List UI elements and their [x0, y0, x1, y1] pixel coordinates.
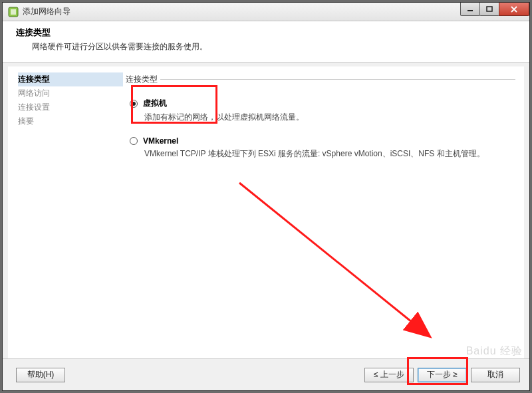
help-button[interactable]: 帮助(H)	[16, 368, 65, 382]
wizard-content: 连接类型 虚拟机 添加有标记的网络，以处理虚拟机网络流量。 VMkernel V…	[123, 67, 523, 358]
step-label: 摘要	[18, 116, 34, 126]
wizard-steps: 连接类型 网络访问 连接设置 摘要	[9, 67, 123, 358]
radio-vmkernel[interactable]	[130, 137, 138, 145]
radio-vm[interactable]	[130, 100, 138, 108]
option-vmkernel-label: VMkernel	[143, 136, 178, 146]
maximize-button[interactable]	[479, 3, 499, 16]
page-title: 连接类型	[16, 27, 516, 39]
window-title: 添加网络向导	[23, 6, 70, 17]
step-connection-type[interactable]: 连接类型	[18, 72, 123, 86]
next-button[interactable]: 下一步 ≥	[418, 368, 467, 382]
step-label: 连接设置	[18, 102, 50, 112]
step-connection-settings[interactable]: 连接设置	[18, 100, 123, 114]
option-vmkernel[interactable]: VMkernel VMkernel TCP/IP 堆栈处理下列 ESXi 服务的…	[123, 130, 515, 160]
button-label: 帮助(H)	[27, 369, 55, 380]
option-vmkernel-description: VMkernel TCP/IP 堆栈处理下列 ESXi 服务的流量: vSphe…	[144, 148, 515, 160]
button-label: 下一步 ≥	[427, 369, 458, 380]
back-button[interactable]: ≤ 上一步	[364, 368, 414, 382]
window-controls	[461, 3, 529, 16]
step-label: 连接类型	[18, 74, 50, 84]
button-label: ≤ 上一步	[374, 369, 404, 380]
titlebar[interactable]: 添加网络向导	[3, 3, 529, 21]
step-network-access[interactable]: 网络访问	[18, 86, 123, 100]
connection-type-fieldset: 连接类型 虚拟机 添加有标记的网络，以处理虚拟机网络流量。 VMkernel V…	[123, 79, 515, 160]
wizard-window: 添加网络向导 连接类型 网络硬件可进行分区以供各需要连接的服务使用。 连接类型 …	[2, 2, 530, 391]
svg-rect-3	[487, 7, 492, 11]
page-description: 网络硬件可进行分区以供各需要连接的服务使用。	[32, 41, 516, 53]
wizard-buttons: 帮助(H) ≤ 上一步 下一步 ≥ 取消	[3, 358, 529, 390]
step-summary[interactable]: 摘要	[18, 114, 123, 128]
step-label: 网络访问	[18, 88, 50, 98]
svg-rect-1	[11, 9, 16, 15]
option-vm[interactable]: 虚拟机 添加有标记的网络，以处理虚拟机网络流量。	[123, 91, 515, 123]
app-icon	[8, 7, 19, 17]
wizard-header: 连接类型 网络硬件可进行分区以供各需要连接的服务使用。	[3, 21, 529, 63]
button-label: 取消	[487, 369, 503, 380]
option-vm-description: 添加有标记的网络，以处理虚拟机网络流量。	[144, 112, 515, 123]
minimize-button[interactable]	[460, 3, 480, 16]
close-button[interactable]	[499, 3, 529, 16]
cancel-button[interactable]: 取消	[471, 368, 520, 382]
wizard-body: 连接类型 网络访问 连接设置 摘要 连接类型 虚拟机 添加有标记的网络，以处理虚…	[8, 66, 524, 358]
option-vm-label: 虚拟机	[143, 98, 167, 109]
fieldset-legend: 连接类型	[123, 74, 160, 84]
